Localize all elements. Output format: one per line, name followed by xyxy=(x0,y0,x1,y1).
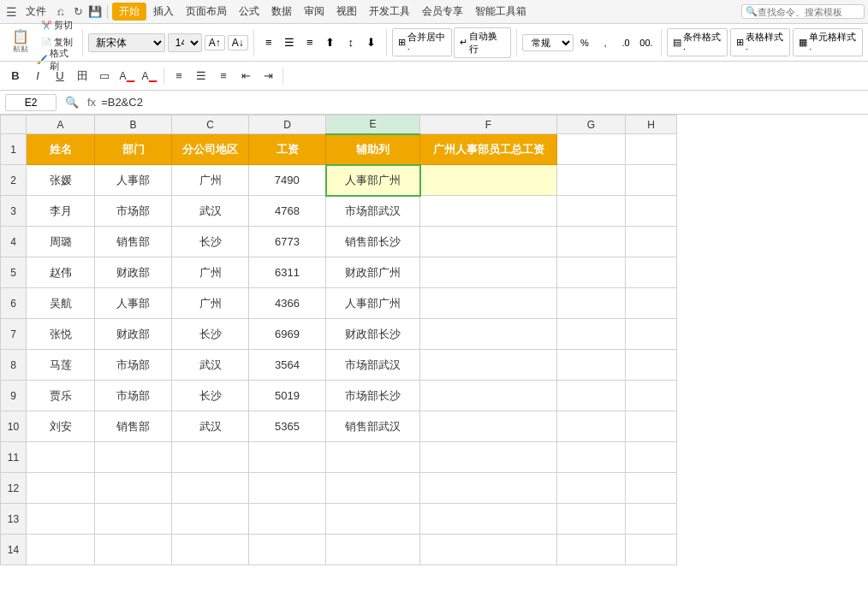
menu-view[interactable]: 视图 xyxy=(331,3,362,21)
menu-start[interactable]: 开始 xyxy=(112,3,146,21)
cell-d10[interactable]: 5365 xyxy=(249,411,326,442)
cell-b7[interactable]: 财政部 xyxy=(95,319,172,350)
cell-b4[interactable]: 销售部 xyxy=(95,227,172,257)
cell-a9[interactable]: 贾乐 xyxy=(27,381,95,411)
menu-formula[interactable]: 公式 xyxy=(234,3,265,21)
cell-h13[interactable] xyxy=(626,504,677,535)
cell-h6[interactable] xyxy=(626,288,677,319)
cell-g8[interactable] xyxy=(557,350,626,381)
paste-button[interactable]: 📋 粘贴 xyxy=(5,27,35,59)
cell-e14[interactable] xyxy=(326,535,420,565)
cell-e8[interactable]: 市场部武汉 xyxy=(326,350,420,381)
cell-d11[interactable] xyxy=(249,442,326,473)
cell-a14[interactable] xyxy=(27,535,95,565)
col-header-d[interactable]: D xyxy=(249,115,326,134)
cell-f10[interactable] xyxy=(420,411,557,442)
cell-f6[interactable] xyxy=(420,288,557,319)
menu-data[interactable]: 数据 xyxy=(266,3,297,21)
menu-tools[interactable]: 智能工具箱 xyxy=(470,3,532,21)
cell-g14[interactable] xyxy=(557,535,626,565)
cell-b12[interactable] xyxy=(95,473,172,504)
cell-h5[interactable] xyxy=(626,257,677,288)
font-size-decrease-button[interactable]: A↓ xyxy=(228,35,248,50)
format-brush-button[interactable]: 🖌️ 格式刷 xyxy=(37,52,77,68)
sheet-container[interactable]: A B C D E F G H 1 姓名 部门 分公司地区 工资 辅助列 广州人… xyxy=(0,115,868,565)
cell-ref-input[interactable] xyxy=(5,94,56,111)
align-right-button[interactable]: ≡ xyxy=(300,33,319,52)
cell-c12[interactable] xyxy=(172,473,249,504)
cell-g4[interactable] xyxy=(557,227,626,257)
align-center2-button[interactable]: ☰ xyxy=(191,66,211,86)
auto-wrap-button[interactable]: ↵ 自动换行 xyxy=(454,27,511,58)
cell-f12[interactable] xyxy=(420,473,557,504)
cell-b14[interactable] xyxy=(95,535,172,565)
cell-b5[interactable]: 财政部 xyxy=(95,257,172,288)
cell-e11[interactable] xyxy=(326,442,420,473)
col-header-b[interactable]: B xyxy=(95,115,172,134)
border-button[interactable]: 田 xyxy=(72,66,92,86)
cell-a12[interactable] xyxy=(27,473,95,504)
cell-h9[interactable] xyxy=(626,381,677,411)
cell-b13[interactable] xyxy=(95,504,172,535)
col-header-c[interactable]: C xyxy=(172,115,249,134)
cell-c8[interactable]: 武汉 xyxy=(172,350,249,381)
cell-f8[interactable] xyxy=(420,350,557,381)
col-header-a[interactable]: A xyxy=(27,115,95,134)
cell-e6[interactable]: 人事部广州 xyxy=(326,288,420,319)
cell-g10[interactable] xyxy=(557,411,626,442)
cell-d14[interactable] xyxy=(249,535,326,565)
cell-g2[interactable] xyxy=(557,165,626,196)
cell-c5[interactable]: 广州 xyxy=(172,257,249,288)
cell-d13[interactable] xyxy=(249,504,326,535)
cell-e2[interactable]: 人事部广州 xyxy=(326,165,420,196)
cell-e4[interactable]: 销售部长沙 xyxy=(326,227,420,257)
cell-f2[interactable] xyxy=(420,165,557,196)
header-total[interactable]: 广州人事部员工总工资 xyxy=(420,134,557,165)
menu-page-layout[interactable]: 页面布局 xyxy=(181,3,232,21)
cell-g6[interactable] xyxy=(557,288,626,319)
cell-a13[interactable] xyxy=(27,504,95,535)
cell-c7[interactable]: 长沙 xyxy=(172,319,249,350)
cell-style-button[interactable]: ▦ 单元格样式· xyxy=(793,28,863,56)
cell-b3[interactable]: 市场部 xyxy=(95,196,172,227)
thousands-button[interactable]: , xyxy=(596,33,615,52)
merge-center-button[interactable]: ⊞ 合并居中· xyxy=(392,28,452,56)
cell-d2[interactable]: 7490 xyxy=(249,165,326,196)
cell-c10[interactable]: 武汉 xyxy=(172,411,249,442)
cell-f14[interactable] xyxy=(420,535,557,565)
cell-b6[interactable]: 人事部 xyxy=(95,288,172,319)
save-icon[interactable]: 💾 xyxy=(87,4,103,20)
number-format-select[interactable]: 常规 xyxy=(522,34,574,51)
cell-d4[interactable]: 6773 xyxy=(249,227,326,257)
cell-e3[interactable]: 市场部武汉 xyxy=(326,196,420,227)
align-middle-button[interactable]: ↕ xyxy=(342,33,360,52)
cell-g13[interactable] xyxy=(557,504,626,535)
cell-a3[interactable]: 李月 xyxy=(27,196,95,227)
menu-review[interactable]: 审阅 xyxy=(299,3,330,21)
cell-f7[interactable] xyxy=(420,319,557,350)
cell-c14[interactable] xyxy=(172,535,249,565)
decimal-inc-button[interactable]: .0 xyxy=(616,33,635,52)
align-center-button[interactable]: ☰ xyxy=(280,33,299,52)
font-family-select[interactable]: 新宋体 xyxy=(88,33,165,52)
cell-h1[interactable] xyxy=(626,134,677,165)
cell-b11[interactable] xyxy=(95,442,172,473)
header-salary[interactable]: 工资 xyxy=(249,134,326,165)
menu-dev[interactable]: 开发工具 xyxy=(364,3,415,21)
cell-h11[interactable] xyxy=(626,442,677,473)
cell-f9[interactable] xyxy=(420,381,557,411)
cell-g5[interactable] xyxy=(557,257,626,288)
cell-f13[interactable] xyxy=(420,504,557,535)
cell-g7[interactable] xyxy=(557,319,626,350)
col-header-e[interactable]: E xyxy=(326,115,420,134)
align-left-button[interactable]: ≡ xyxy=(259,33,278,52)
italic-button[interactable]: I xyxy=(27,66,48,86)
cell-c2[interactable]: 广州 xyxy=(172,165,249,196)
indent-left-button[interactable]: ⇤ xyxy=(235,66,256,86)
font-size-increase-button[interactable]: A↑ xyxy=(205,35,225,50)
cell-a2[interactable]: 张媛 xyxy=(27,165,95,196)
cell-h10[interactable] xyxy=(626,411,677,442)
cond-format-button[interactable]: ▤ 条件格式· xyxy=(667,28,728,56)
cell-a4[interactable]: 周璐 xyxy=(27,227,95,257)
cell-d12[interactable] xyxy=(249,473,326,504)
